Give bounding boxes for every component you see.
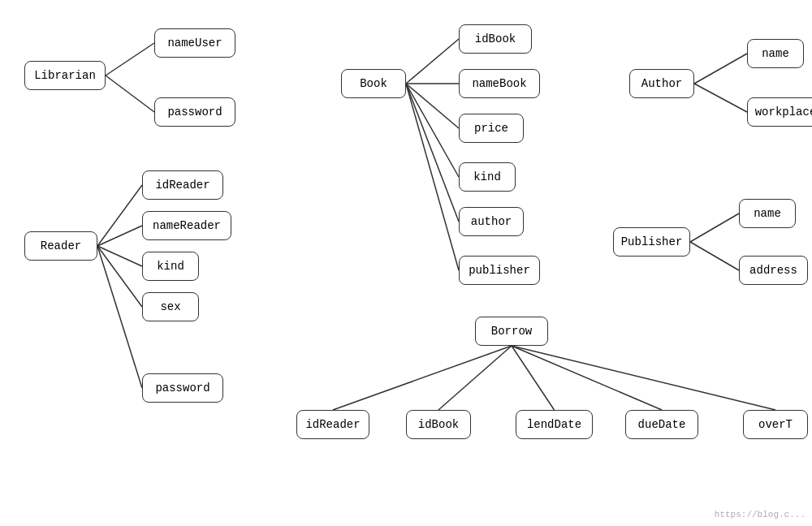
- node-nameReader: nameReader: [142, 211, 231, 240]
- svg-line-18: [694, 54, 747, 84]
- node-overT: overT: [743, 410, 808, 439]
- svg-line-9: [406, 84, 459, 128]
- node-workplace: workplace: [747, 97, 812, 127]
- node-authorName: name: [747, 39, 804, 68]
- svg-line-10: [406, 84, 459, 177]
- node-readerPassword: password: [142, 373, 223, 403]
- node-idBook: idBook: [459, 24, 532, 54]
- node-borrowIdBook: idBook: [406, 410, 471, 439]
- node-libPassword: password: [154, 97, 235, 127]
- node-idReader: idReader: [142, 170, 223, 200]
- svg-line-20: [690, 213, 739, 242]
- svg-line-13: [333, 346, 512, 410]
- svg-line-1: [106, 75, 154, 112]
- node-pubName: name: [739, 199, 796, 228]
- svg-line-12: [406, 84, 459, 270]
- svg-line-14: [438, 346, 512, 410]
- svg-line-0: [106, 43, 154, 75]
- svg-line-15: [512, 346, 555, 410]
- node-authorEntity: Author: [629, 69, 694, 98]
- node-price: price: [459, 114, 524, 143]
- svg-line-4: [97, 246, 142, 266]
- svg-line-3: [97, 226, 142, 246]
- node-book: Book: [341, 69, 406, 98]
- node-borrow: Borrow: [475, 317, 548, 346]
- svg-line-5: [97, 246, 142, 307]
- node-publisherEntity: Publisher: [613, 227, 690, 257]
- node-bookKind: kind: [459, 162, 516, 192]
- node-lendDate: lendDate: [516, 410, 593, 439]
- node-address: address: [739, 256, 808, 285]
- svg-line-17: [512, 346, 775, 410]
- node-borrowIdReader: idReader: [296, 410, 369, 439]
- svg-line-7: [406, 39, 459, 84]
- node-librarian: Librarian: [24, 61, 106, 90]
- node-author: author: [459, 207, 524, 236]
- node-reader: Reader: [24, 231, 97, 261]
- node-nameUser: nameUser: [154, 28, 235, 58]
- svg-line-6: [97, 246, 142, 388]
- svg-line-19: [694, 84, 747, 112]
- node-sex: sex: [142, 292, 199, 321]
- svg-line-2: [97, 185, 142, 246]
- node-readerKind: kind: [142, 252, 199, 281]
- node-nameBook: nameBook: [459, 69, 540, 98]
- svg-line-11: [406, 84, 459, 222]
- svg-line-21: [690, 242, 739, 270]
- watermark: https://blog.c...: [715, 510, 806, 520]
- node-publisher: publisher: [459, 256, 540, 285]
- svg-line-16: [512, 346, 662, 410]
- node-dueDate: dueDate: [625, 410, 698, 439]
